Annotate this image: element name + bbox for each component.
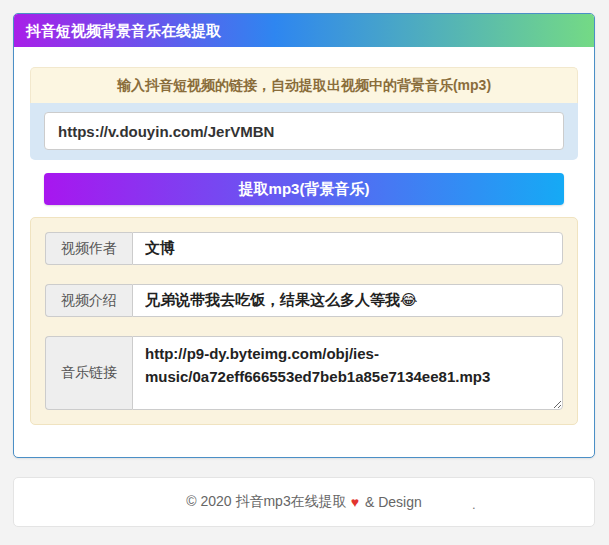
description-input[interactable] bbox=[132, 284, 563, 317]
video-url-input[interactable] bbox=[44, 112, 564, 150]
results-panel: 视频作者 视频介绍 音乐链接 http://p9-dy.byteimg.com/… bbox=[30, 217, 578, 425]
heart-icon: ♥ bbox=[351, 494, 359, 510]
footer: © 2020 抖音mp3在线提取 ♥ & Design . bbox=[13, 477, 595, 527]
music-link-field-group: 音乐链接 http://p9-dy.byteimg.com/obj/ies-mu… bbox=[45, 336, 563, 410]
description-label: 视频介绍 bbox=[45, 284, 132, 317]
card-body: 输入抖音短视频的链接，自动提取出视频中的背景音乐(mp3) 提取mp3(背景音乐… bbox=[14, 47, 594, 457]
input-section: 输入抖音短视频的链接，自动提取出视频中的背景音乐(mp3) bbox=[30, 67, 578, 160]
instruction-text: 输入抖音短视频的链接，自动提取出视频中的背景音乐(mp3) bbox=[30, 67, 578, 103]
author-label: 视频作者 bbox=[45, 232, 132, 265]
author-field-group: 视频作者 bbox=[45, 232, 563, 265]
url-input-wrap bbox=[30, 103, 578, 160]
author-input[interactable] bbox=[132, 232, 563, 265]
stray-dot: . bbox=[472, 497, 476, 512]
page-title: 抖音短视频背景音乐在线提取 bbox=[14, 14, 594, 47]
extractor-card: 抖音短视频背景音乐在线提取 输入抖音短视频的链接，自动提取出视频中的背景音乐(m… bbox=[13, 13, 595, 458]
description-field-group: 视频介绍 bbox=[45, 284, 563, 317]
music-link-textarea[interactable]: http://p9-dy.byteimg.com/obj/ies-music/0… bbox=[132, 336, 563, 410]
extract-mp3-button[interactable]: 提取mp3(背景音乐) bbox=[44, 173, 564, 205]
design-credit-text: & Design bbox=[365, 494, 422, 510]
music-link-label: 音乐链接 bbox=[45, 336, 132, 410]
copyright-text: © 2020 抖音mp3在线提取 bbox=[186, 493, 346, 511]
